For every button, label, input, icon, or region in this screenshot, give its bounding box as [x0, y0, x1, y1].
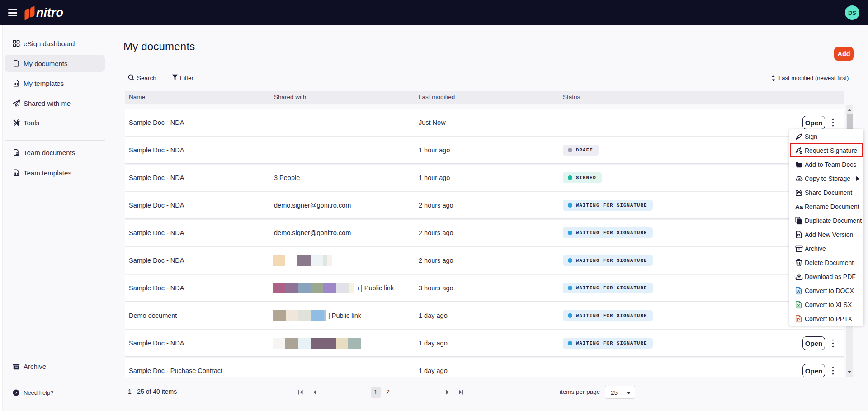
- svg-text:X: X: [797, 303, 800, 307]
- svg-text:P: P: [797, 317, 800, 321]
- svg-text:W: W: [797, 289, 801, 293]
- svg-text:Aa: Aa: [795, 203, 803, 210]
